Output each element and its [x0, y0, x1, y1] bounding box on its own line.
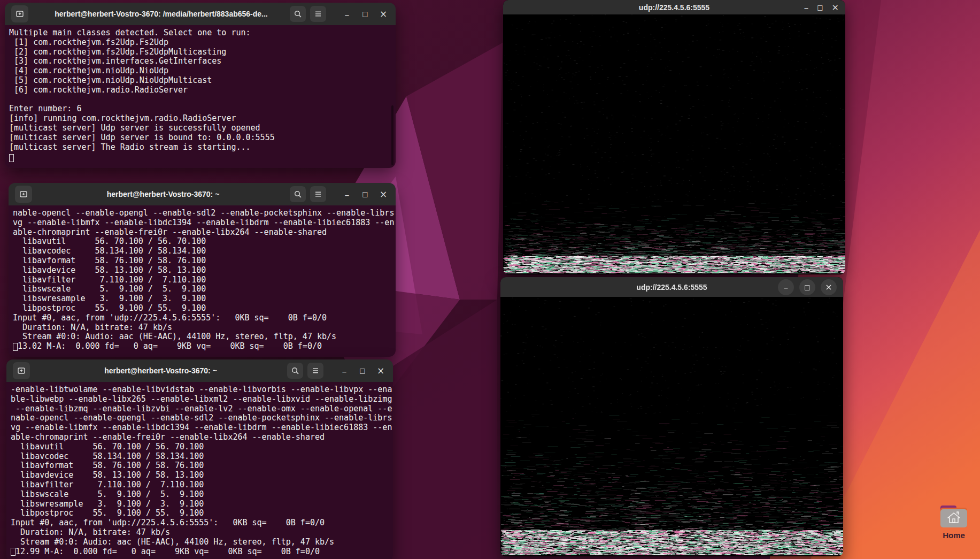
window-title: herbert@herbert-Vostro-3670: /media/herb… — [33, 10, 290, 18]
home-folder-desktop-icon[interactable]: Home — [935, 504, 973, 540]
hamburger-menu-icon — [314, 190, 322, 198]
new-tab-icon — [17, 366, 26, 375]
maximize-button[interactable]: □ — [358, 6, 372, 22]
search-button[interactable] — [290, 186, 306, 202]
search-icon — [294, 190, 302, 198]
search-icon — [291, 366, 299, 375]
menu-button[interactable] — [310, 6, 326, 22]
search-icon — [294, 10, 302, 18]
desktop-icon-label: Home — [943, 531, 965, 540]
menu-button[interactable] — [310, 186, 326, 202]
titlebar[interactable]: herbert@herbert-Vostro-3670: ~ – □ × — [9, 183, 396, 205]
terminal-cursor — [9, 154, 14, 162]
terminal-output[interactable]: nable-opencl --enable-opengl --enable-sd… — [9, 205, 396, 357]
new-tab-icon — [19, 190, 28, 198]
terminal-window-2: herbert@herbert-Vostro-3670: ~ – □ × nab… — [9, 183, 396, 357]
titlebar[interactable]: udp://225.4.5.6:5555 – □ × — [503, 0, 845, 14]
hamburger-menu-icon — [311, 367, 320, 374]
close-button[interactable]: × — [832, 2, 839, 12]
close-button[interactable]: × — [376, 186, 390, 202]
home-folder-icon — [939, 504, 968, 529]
terminal-output[interactable]: Multiple main classes detected. Select o… — [5, 25, 396, 168]
window-title: herbert@herbert-Vostro-3670: ~ — [34, 366, 287, 375]
new-tab-button[interactable] — [11, 5, 28, 22]
minimize-button[interactable]: – — [778, 279, 794, 295]
terminal-cursor — [13, 343, 18, 351]
titlebar[interactable]: udp://225.4.5.6:5555 – □ × — [500, 277, 843, 297]
video-player-window-1: udp://225.4.5.6:5555 – □ × — [503, 0, 845, 274]
maximize-button[interactable]: □ — [358, 186, 372, 202]
video-content[interactable] — [500, 297, 843, 556]
new-tab-icon — [16, 10, 24, 18]
video-player-window-2: udp://225.4.5.6:5555 – □ × — [500, 277, 843, 556]
minimize-button[interactable]: – — [804, 2, 809, 13]
titlebar[interactable]: herbert@herbert-Vostro-3670: ~ – □ × — [6, 359, 393, 382]
terminal-output[interactable]: -enable-libtwolame --enable-libvidstab -… — [6, 382, 393, 559]
minimize-button[interactable]: – — [340, 6, 354, 22]
new-tab-button[interactable] — [13, 362, 30, 379]
hamburger-menu-icon — [314, 10, 322, 18]
maximize-button[interactable]: □ — [799, 279, 815, 295]
titlebar[interactable]: herbert@herbert-Vostro-3670: /media/herb… — [5, 3, 396, 25]
maximize-button[interactable]: □ — [356, 363, 369, 379]
close-button[interactable]: × — [376, 6, 390, 22]
terminal-cursor — [11, 548, 16, 556]
search-button[interactable] — [290, 6, 306, 22]
minimize-button[interactable]: – — [340, 186, 354, 202]
window-title: herbert@herbert-Vostro-3670: ~ — [36, 190, 290, 198]
new-tab-button[interactable] — [15, 186, 32, 203]
close-button[interactable]: × — [374, 363, 388, 379]
terminal-window-3: herbert@herbert-Vostro-3670: ~ – □ × -en… — [6, 359, 393, 559]
video-content[interactable] — [503, 14, 845, 274]
minimize-button[interactable]: – — [337, 363, 351, 379]
maximize-button[interactable]: □ — [817, 4, 823, 11]
scrollbar[interactable] — [391, 105, 393, 165]
menu-button[interactable] — [307, 363, 323, 379]
terminal-window-1: herbert@herbert-Vostro-3670: /media/herb… — [5, 3, 396, 168]
window-title: udp://225.4.5.6:5555 — [503, 0, 845, 14]
search-button[interactable] — [287, 363, 303, 379]
close-button[interactable]: × — [821, 279, 837, 295]
